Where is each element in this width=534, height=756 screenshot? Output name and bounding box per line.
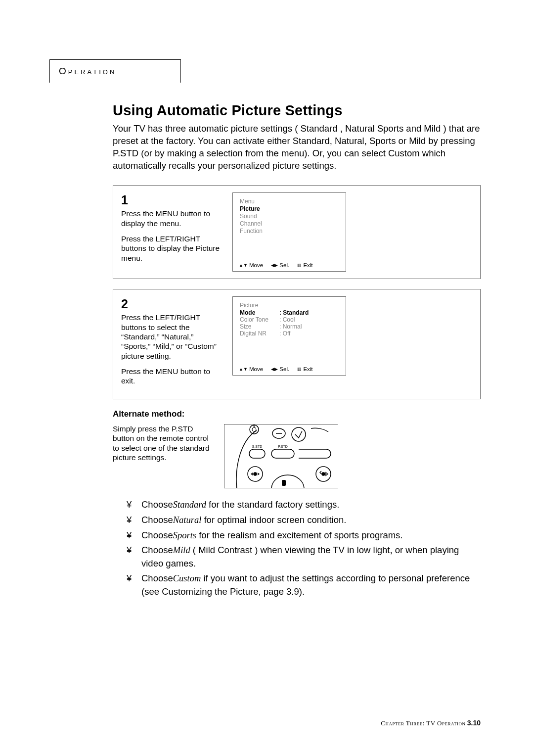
choice-mode-name: Natural bbox=[173, 515, 202, 525]
nav-move-2: ▲▼ Move bbox=[239, 366, 263, 372]
choice-mode-name: Mild bbox=[173, 545, 190, 555]
step-2: 2 Press the LEFT/RIGHT buttons to select… bbox=[113, 289, 481, 399]
menu-row-key: Digital NR bbox=[240, 330, 279, 337]
menu-row-key: Mode bbox=[240, 309, 279, 316]
page-title: Using Automatic Picture Settings bbox=[113, 102, 481, 119]
section-tab: Operation bbox=[49, 59, 181, 83]
nav-exit: ▥ Exit bbox=[297, 262, 312, 268]
choice-prefix: Choose bbox=[141, 573, 173, 583]
choice-mode-name: Custom bbox=[173, 573, 201, 583]
menu-row-value: : Cool bbox=[279, 316, 295, 323]
intro-paragraph: Your TV has three automatic picture sett… bbox=[113, 123, 481, 172]
step-1-p1: Press the MENU button to display the men… bbox=[121, 209, 222, 228]
svg-point-10 bbox=[322, 472, 325, 475]
svg-rect-8 bbox=[282, 480, 286, 486]
alternate-method-row: Simply press the P.STD button on the rem… bbox=[113, 424, 481, 488]
alternate-method-text: Simply press the P.STD button on the rem… bbox=[113, 424, 214, 488]
step-2-p2: Press the MENU button to exit. bbox=[121, 367, 222, 386]
choice-prefix: Choose bbox=[141, 545, 173, 555]
content-column: Using Automatic Picture Settings Your TV… bbox=[113, 102, 481, 598]
svg-rect-5 bbox=[271, 449, 294, 458]
menu-title: Menu bbox=[240, 198, 340, 205]
menu-row-key: Size bbox=[240, 323, 279, 330]
footer-chapter: Chapter bbox=[381, 719, 404, 727]
svg-rect-4 bbox=[249, 449, 265, 458]
step-2-number: 2 bbox=[121, 296, 222, 312]
footer-section: Three: TV Operation bbox=[406, 719, 466, 727]
choice-suffix: for the standard factory settings. bbox=[206, 499, 339, 510]
step-2-p1: Press the LEFT/RIGHT buttons to select t… bbox=[121, 313, 222, 361]
pstd-label: P.STD bbox=[278, 445, 288, 448]
svg-point-7 bbox=[254, 472, 257, 475]
picture-mode-list: ChooseStandard for the standard factory … bbox=[113, 498, 481, 598]
nav-exit-2: ▥ Exit bbox=[297, 366, 312, 372]
step-1: 1 Press the MENU button to display the m… bbox=[113, 185, 481, 279]
menu-title-2: Picture bbox=[240, 302, 340, 309]
menu-item: Function bbox=[240, 228, 340, 235]
menu-row-key: Color Tone bbox=[240, 316, 279, 323]
screen-nav-hints-2: ▲▼ Move ◀▶ Sel. ▥ Exit bbox=[239, 366, 340, 372]
page-footer: Chapter Three: TV Operation 3.10 bbox=[381, 719, 481, 727]
menu-item: Picture bbox=[240, 205, 340, 213]
nav-sel-2: ◀▶ Sel. bbox=[271, 366, 289, 372]
choice-prefix: Choose bbox=[141, 515, 173, 525]
menu-row-value: : Normal bbox=[279, 323, 302, 330]
alternate-method-heading: Alternate method: bbox=[113, 409, 481, 419]
step-1-number: 1 bbox=[121, 192, 222, 208]
section-tab-label: Operation bbox=[59, 66, 116, 76]
menu-item: Channel bbox=[240, 220, 340, 228]
svg-point-3 bbox=[292, 427, 306, 441]
list-item: ChooseStandard for the standard factory … bbox=[127, 498, 481, 512]
choice-prefix: Choose bbox=[141, 499, 173, 510]
menu-row-value: : Off bbox=[279, 330, 290, 337]
menu-row: Mode: Standard bbox=[240, 309, 340, 316]
nav-sel: ◀▶ Sel. bbox=[271, 262, 289, 268]
manual-page: Operation Using Automatic Picture Settin… bbox=[0, 0, 534, 756]
nav-move: ▲▼ Move bbox=[239, 262, 263, 268]
choice-prefix: Choose bbox=[141, 530, 173, 540]
menu-row-value: : Standard bbox=[279, 309, 309, 316]
remote-illustration: S.STD P.STD bbox=[224, 424, 338, 488]
menu-item: Sound bbox=[240, 213, 340, 220]
choice-mode-name: Sports bbox=[173, 530, 196, 540]
list-item: ChooseCustom if you want to adjust the s… bbox=[127, 572, 481, 598]
screen-nav-hints: ▲▼ Move ◀▶ Sel. ▥ Exit bbox=[239, 262, 340, 268]
menu-row: Size: Normal bbox=[240, 323, 340, 330]
step-1-text: 1 Press the MENU button to display the m… bbox=[121, 192, 222, 272]
choice-suffix: for optimal indoor screen condition. bbox=[201, 515, 346, 525]
step-2-screen: Picture Mode: StandardColor Tone: CoolSi… bbox=[232, 296, 346, 376]
step-2-text: 2 Press the LEFT/RIGHT buttons to select… bbox=[121, 296, 222, 392]
footer-page-number: 3.10 bbox=[467, 719, 481, 727]
list-item: ChooseNatural for optimal indoor screen … bbox=[127, 514, 481, 527]
step-1-screen: Menu PictureSoundChannelFunction ▲▼ Move… bbox=[232, 192, 346, 272]
step-1-p2: Press the LEFT/RIGHT buttons to display … bbox=[121, 234, 222, 263]
choice-suffix: for the realism and excitement of sports… bbox=[196, 530, 402, 540]
choice-mode-name: Standard bbox=[173, 500, 206, 510]
list-item: ChooseMild ( Mild Contrast ) when viewin… bbox=[127, 544, 481, 570]
list-item: ChooseSports for the realism and excitem… bbox=[127, 529, 481, 542]
sstd-label: S.STD bbox=[252, 445, 263, 448]
menu-row: Digital NR: Off bbox=[240, 330, 340, 337]
menu-row: Color Tone: Cool bbox=[240, 316, 340, 323]
